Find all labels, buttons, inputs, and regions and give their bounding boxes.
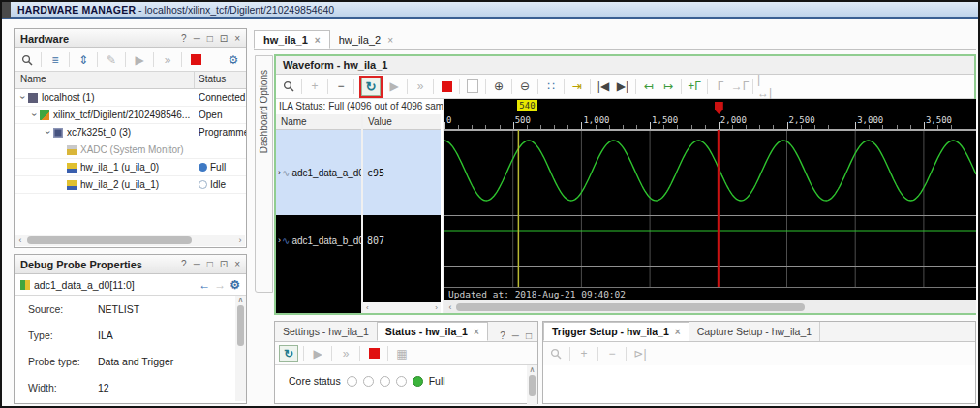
tree-row-device[interactable]: ›xc7k325t_0 (3) Programmed [15,124,246,141]
tab-hw-ila-1[interactable]: hw_ila_1× [254,30,330,49]
next-transition-icon[interactable]: ↦ [659,78,677,95]
zoom-in-icon[interactable]: ⊕ [490,78,507,95]
expand-bus-icon[interactable]: › [278,235,281,245]
search-icon[interactable] [547,345,565,362]
scroll-up-icon[interactable]: ∧ [530,365,536,375]
close-tab-icon[interactable]: × [675,327,681,337]
add-marker-icon[interactable]: +Γ [686,78,703,95]
hardware-horizontal-scrollbar[interactable]: ‹ › [15,235,245,246]
maximize-icon[interactable]: □ [207,260,213,269]
settings-gear-icon[interactable]: ⚙ [230,278,240,292]
help-icon[interactable]: ? [500,331,505,341]
run-immediate-icon[interactable]: ▶ [309,345,326,362]
name-column-header[interactable]: Name [15,72,195,88]
tab-capture-setup-hw-ila-1[interactable]: Capture Setup - hw_ila_1 [689,322,821,341]
name-header[interactable]: Name [276,114,361,130]
run-repetitive-icon[interactable]: » [412,78,429,95]
tree-row-hw-ila-1[interactable]: hw_ila_1 (u_ila_0) Full [15,159,246,176]
scroll-left-icon[interactable]: ‹ [366,303,369,312]
chevron-down-icon[interactable]: › [43,129,53,137]
tree-row-hw-ila-2[interactable]: hw_ila_2 (u_ila_1) Idle [15,176,246,194]
scroll-left-icon[interactable]: ‹ [444,302,456,312]
remove-trigger-condition-icon[interactable]: − [603,345,621,362]
close-icon[interactable]: × [234,260,240,269]
add-trigger-condition-icon[interactable]: + [575,345,593,362]
maximize-icon[interactable]: □ [207,34,213,44]
debug-probe-vertical-scrollbar[interactable]: ∧ [235,296,246,401]
tree-row-xadc[interactable]: XADC (System Monitor) [15,141,246,159]
edit-icon[interactable]: ✎ [103,51,120,69]
scrollbar-thumb[interactable] [529,375,536,396]
expand-all-icon[interactable]: ⇕ [75,51,92,69]
run-repetitive-icon[interactable]: » [337,345,354,362]
help-icon[interactable]: ? [181,260,187,269]
minimize-icon[interactable]: ─ [194,260,200,269]
go-to-cursor-icon[interactable]: ⇥ [568,78,586,95]
signal-row-adc1-data-b[interactable]: › ∿ adc1_data_b_d0[11:0] [276,215,361,266]
hardware-column-header[interactable]: Name Status [15,72,246,89]
expand-bus-icon[interactable]: › [278,168,281,177]
run-all-icon[interactable]: » [159,51,176,69]
close-tab-icon[interactable]: × [387,35,393,46]
status-vertical-scrollbar[interactable]: ∧ [527,365,537,405]
tab-status-hw-ila-1[interactable]: Status - hw_ila_1× [377,322,488,341]
tab-trigger-setup-hw-ila-1[interactable]: Trigger Setup - hw_ila_1× [543,322,689,341]
value-column-scrollbar[interactable]: ‹ › [363,302,441,313]
tab-hw-ila-2[interactable]: hw_ila_2× [330,30,402,49]
trigger-condition-icon[interactable]: ⊳| [631,345,649,362]
run-immediate-icon[interactable]: ▶ [385,78,403,95]
close-tab-icon[interactable]: × [474,327,479,337]
stop-trigger-icon[interactable] [438,78,455,95]
close-tab-icon[interactable]: × [315,35,321,46]
close-icon[interactable]: × [234,34,240,44]
search-icon[interactable] [280,78,297,95]
next-object-icon[interactable]: → [214,278,226,292]
zoom-out-icon[interactable]: ⊖ [516,78,534,95]
remove-probe-icon[interactable]: − [332,78,350,95]
value-header[interactable]: Value [363,114,441,130]
hardware-panel-header[interactable]: Hardware ? ─ □ ⊡ × [15,29,246,48]
time-ruler[interactable]: 05001,0001,5002,0002,5003,0003,500 [444,113,976,130]
export-data-icon[interactable] [464,78,481,95]
waveform-horizontal-scrollbar[interactable]: ‹ [444,300,976,313]
run-trigger-icon[interactable]: ↻ [279,345,298,362]
minimize-icon[interactable]: ─ [194,34,200,44]
add-probe-icon[interactable]: + [306,78,323,95]
swap-markers-icon[interactable]: |↔| [757,78,775,95]
stop-trigger-icon[interactable] [365,345,383,362]
dashboard-options-strip[interactable]: Dashboard Options [255,55,273,293]
scroll-left-icon[interactable]: ‹ [15,235,25,245]
marker-strip[interactable]: 540 [444,99,976,113]
debug-probe-panel-header[interactable]: Debug Probe Properties ? ─ □ ⊡ × [15,255,246,274]
float-icon[interactable]: ⊡ [220,260,228,269]
float-icon[interactable]: ⊡ [220,34,228,44]
run-trigger-icon-highlighted[interactable]: ↻ [361,78,381,96]
tree-row-localhost[interactable]: ›localhost (1) Connected [15,89,246,107]
go-to-end-icon[interactable]: ▶| [614,78,631,95]
waveform-plot-area[interactable]: 540 05001,0001,5002,0002,5003,0003,500 U… [443,99,976,313]
go-to-start-icon[interactable]: |◀ [595,78,612,95]
scroll-up-icon[interactable]: ∧ [238,296,244,305]
layout-icon[interactable]: ▦ [393,345,411,362]
zoom-fit-icon[interactable]: ∷ [542,78,560,95]
scrollbar-thumb[interactable] [237,305,244,346]
previous-marker-icon[interactable]: Γ [712,78,729,95]
search-icon[interactable] [18,51,36,69]
chevron-down-icon[interactable]: › [17,94,28,102]
scrollbar-thumb[interactable] [27,236,192,244]
maximize-icon[interactable]: □ [526,331,532,341]
previous-transition-icon[interactable]: ↤ [640,78,658,95]
stop-icon[interactable] [187,51,204,69]
scroll-right-icon[interactable]: › [435,303,438,312]
cursor-position-label[interactable]: 540 [517,100,536,111]
waveform-traces[interactable] [444,130,976,287]
scroll-right-icon[interactable]: › [235,235,245,245]
tree-row-target[interactable]: ›xilinx_tcf/Digilent/2102498546... Open [15,107,246,124]
collapse-all-icon[interactable]: ≡ [46,51,64,69]
previous-object-icon[interactable]: ← [199,278,210,292]
next-marker-icon[interactable]: →Γ [731,78,749,95]
signal-row-adc1-data-a[interactable]: › ∿ adc1_data_a_d0[11:0] [276,130,361,215]
help-icon[interactable]: ? [181,34,187,44]
chevron-down-icon[interactable]: › [29,111,40,119]
settings-gear-icon[interactable]: ⚙ [225,51,242,69]
